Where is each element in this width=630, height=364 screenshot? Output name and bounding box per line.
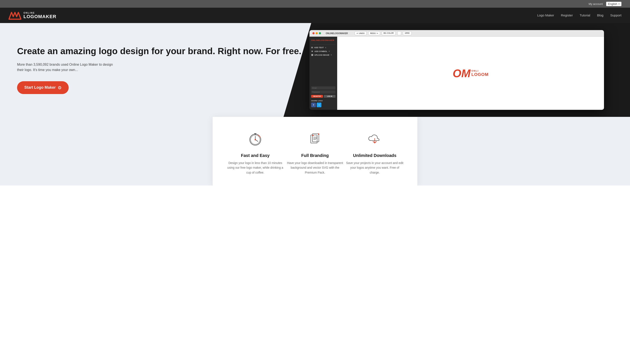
feature-unlimited-downloads-title: Unlimited Downloads: [353, 153, 396, 158]
svg-rect-5: [254, 133, 256, 134]
feature-unlimited-downloads-desc: Save your projects in your account and e…: [345, 160, 404, 175]
feature-full-branding: Full Branding Have your logo downloaded …: [285, 130, 345, 175]
logo-text: ONLINE LOGOMAKER: [24, 12, 56, 19]
svg-point-7: [255, 139, 256, 140]
nav-link-logo-maker[interactable]: Logo Maker: [537, 14, 554, 17]
feature-full-branding-title: Full Branding: [301, 153, 329, 158]
hero-section: Create an amazing logo design for your b…: [0, 23, 630, 117]
nav-link-register[interactable]: Register: [561, 14, 573, 17]
feature-full-branding-desc: Have your logo downloaded in transparent…: [285, 160, 345, 175]
top-bar: My account English ▾: [0, 0, 630, 8]
svg-point-13: [312, 135, 314, 136]
cta-label: Start Logo Maker: [24, 85, 56, 90]
hero-subtitle: More than 3,590,092 brands used Online L…: [17, 62, 120, 73]
nav-links: Logo MakerRegisterTutorialBlogSupport: [537, 14, 622, 17]
feature-unlimited-downloads: Unlimited Downloads Save your projects i…: [345, 130, 404, 175]
site-logo[interactable]: ONLINE LOGOMAKER: [8, 11, 56, 20]
hero-title: Create an amazing logo design for your b…: [17, 46, 334, 56]
hero-content: Create an amazing logo design for your b…: [0, 23, 346, 117]
svg-marker-0: [9, 12, 21, 19]
feature-fast-easy: Fast and Easy Design your logo in less t…: [226, 130, 285, 175]
full-branding-icon: [306, 130, 324, 149]
circle-play-icon: ⊙: [58, 85, 62, 90]
svg-point-14: [318, 134, 319, 135]
fast-easy-icon: [246, 130, 265, 149]
features-container: Fast and Easy Design your logo in less t…: [213, 117, 417, 186]
nav-link-blog[interactable]: Blog: [597, 14, 603, 17]
language-selector[interactable]: English ▾: [606, 2, 622, 6]
feature-fast-easy-desc: Design your logo in less than 10 minutes…: [226, 160, 285, 175]
nav-link-support[interactable]: Support: [610, 14, 622, 17]
language-label: English: [608, 2, 617, 6]
my-account-link[interactable]: My account: [589, 2, 603, 6]
logo-icon: [8, 11, 21, 20]
nav-link-tutorial[interactable]: Tutorial: [580, 14, 590, 17]
unlimited-downloads-icon: [365, 130, 384, 149]
logo-maker-text: LOGOMAKER: [24, 14, 56, 19]
chevron-down-icon: ▾: [618, 3, 620, 5]
start-logo-maker-button[interactable]: Start Logo Maker ⊙: [17, 81, 69, 94]
main-nav: ONLINE LOGOMAKER Logo MakerRegisterTutor…: [0, 8, 630, 23]
feature-fast-easy-title: Fast and Easy: [241, 153, 270, 158]
